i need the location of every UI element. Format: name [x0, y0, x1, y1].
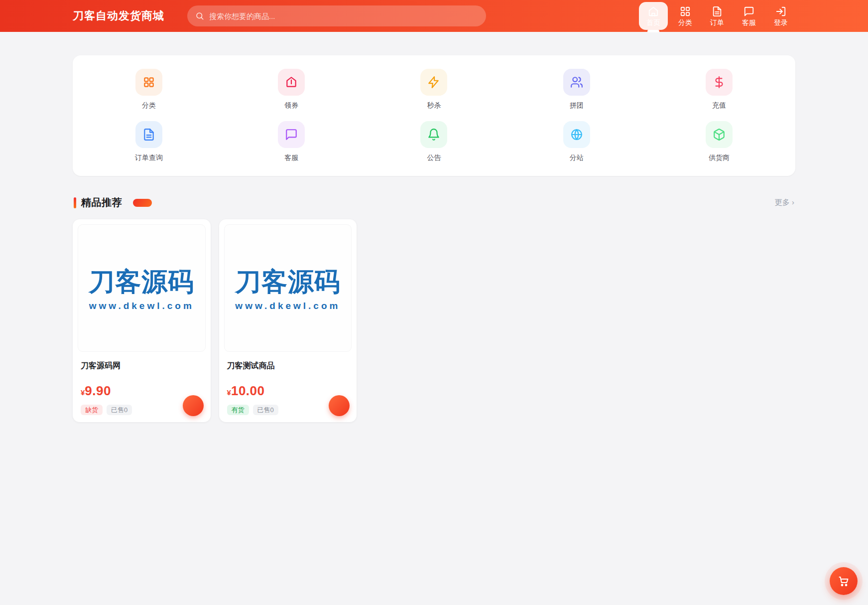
search-bar [187, 5, 486, 26]
quick-menu-item[interactable]: 分类 [78, 69, 220, 110]
top-nav-item-label: 客服 [742, 19, 756, 26]
quick-menu-item-label: 分站 [570, 153, 584, 162]
group-buy-icon [563, 69, 590, 96]
quick-menu-item[interactable]: 秒杀 [363, 69, 505, 110]
sold-badge: 已售0 [107, 405, 132, 415]
section-tabs [133, 199, 165, 207]
product-image: 刀客源码 www.dkewl.com [78, 224, 206, 352]
supplier-icon [706, 121, 733, 148]
product-title: 刀客测试商品 [227, 361, 349, 371]
search-input[interactable] [187, 5, 486, 26]
product-image: 刀客源码 www.dkewl.com [224, 224, 352, 352]
section-accent-bar [74, 197, 76, 208]
order-icon [712, 6, 723, 17]
top-nav-item-label: 订单 [710, 19, 724, 26]
quick-menu-item[interactable]: 拼团 [505, 69, 648, 110]
product-image-url-text: www.dkewl.com [235, 301, 340, 311]
quick-menu-item-label: 供货商 [709, 153, 730, 162]
quick-menu-item[interactable]: 分站 [505, 121, 648, 162]
product-image-url-text: www.dkewl.com [89, 301, 194, 311]
quick-menu-item-label: 分类 [142, 101, 156, 110]
product-price: ¥ 10.00 [227, 383, 349, 399]
quick-menu-item[interactable]: 充值 [648, 69, 790, 110]
product-title: 刀客源码网 [81, 361, 203, 371]
top-nav-item[interactable]: 分类 [671, 2, 700, 30]
products-grid: 刀客源码 www.dkewl.com 刀客源码网 ¥ 9.90 缺货 已售0 刀… [73, 219, 795, 422]
site-logo[interactable]: 刀客自动发货商城 [73, 8, 164, 23]
quick-menu-item[interactable]: 公告 [363, 121, 505, 162]
price-currency: ¥ [81, 388, 85, 397]
price-currency: ¥ [227, 388, 231, 397]
product-price: ¥ 9.90 [81, 383, 203, 399]
quick-menu-item-label: 公告 [427, 153, 441, 162]
floating-cart-button[interactable] [830, 567, 858, 595]
top-nav-item[interactable]: 订单 [703, 2, 732, 30]
top-nav-item[interactable]: 客服 [735, 2, 763, 30]
top-nav-item[interactable]: 登录 [766, 2, 795, 30]
product-card[interactable]: 刀客源码 www.dkewl.com 刀客测试商品 ¥ 10.00 有货 已售0 [219, 219, 357, 422]
quick-menu-item[interactable]: 领券 [220, 69, 363, 110]
product-image-brand-text: 刀客源码 [235, 265, 341, 300]
section-title: 精品推荐 [81, 196, 122, 209]
quick-menu-item-label: 订单查询 [135, 153, 163, 162]
top-nav: 首页 分类 订单 客服 登录 [639, 2, 795, 30]
coupon-icon [278, 69, 305, 96]
product-card[interactable]: 刀客源码 www.dkewl.com 刀客源码网 ¥ 9.90 缺货 已售0 [73, 219, 211, 422]
home-icon [648, 6, 659, 17]
service-nav-icon [744, 6, 754, 17]
quick-menu-item[interactable]: 供货商 [648, 121, 790, 162]
top-nav-item-label: 分类 [678, 19, 692, 26]
cart-icon [838, 575, 850, 587]
customer-service-icon [278, 121, 305, 148]
add-to-cart-button[interactable] [329, 395, 350, 416]
top-nav-item[interactable]: 首页 [639, 2, 668, 30]
recharge-icon [706, 69, 733, 96]
quick-menu-item-label: 秒杀 [427, 101, 441, 110]
quick-menu-item[interactable]: 订单查询 [78, 121, 220, 162]
quick-menu-item-label: 拼团 [570, 101, 584, 110]
flash-sale-icon [420, 69, 447, 96]
price-amount: 9.90 [85, 383, 111, 399]
sold-badge: 已售0 [253, 405, 278, 415]
announcement-icon [420, 121, 447, 148]
product-image-brand-text: 刀客源码 [89, 265, 194, 300]
section-tab[interactable] [133, 199, 152, 207]
top-header: 刀客自动发货商城 首页 分类 订单 客服 登录 [0, 0, 868, 32]
category-icon [135, 69, 162, 96]
category-nav-icon [680, 6, 691, 17]
quick-menu: 分类 领券 秒杀 拼团 充值 订单查询 客服 公告 分站 供货商 [73, 55, 795, 176]
main-content: 分类 领券 秒杀 拼团 充值 订单查询 客服 公告 分站 供货商 精品推荐 更多… [73, 55, 795, 422]
top-nav-item-label: 登录 [774, 19, 788, 26]
login-icon [775, 6, 786, 17]
top-nav-item-label: 首页 [646, 19, 660, 26]
price-amount: 10.00 [231, 383, 265, 399]
stock-badge: 有货 [227, 405, 249, 415]
order-query-icon [135, 121, 162, 148]
quick-menu-item-label: 领券 [284, 101, 298, 110]
branch-site-icon [563, 121, 590, 148]
section-header: 精品推荐 更多 › [74, 196, 794, 209]
quick-menu-item-label: 充值 [712, 101, 726, 110]
more-link[interactable]: 更多 › [775, 198, 794, 207]
quick-menu-item[interactable]: 客服 [220, 121, 363, 162]
add-to-cart-button[interactable] [183, 395, 204, 416]
stock-badge: 缺货 [81, 405, 103, 415]
quick-menu-item-label: 客服 [284, 153, 298, 162]
